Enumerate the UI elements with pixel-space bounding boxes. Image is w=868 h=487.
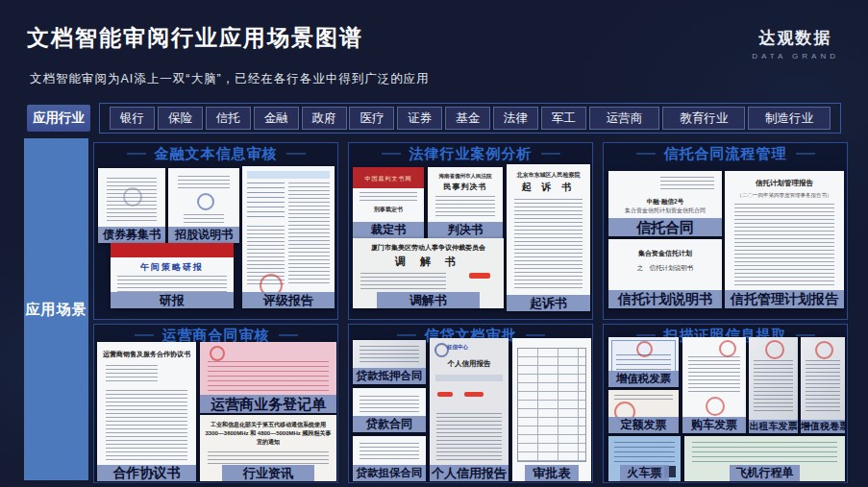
industry-chip-trust: 信托 <box>206 107 251 130</box>
doc-label: 运营商业务登记单 <box>200 395 336 413</box>
panel-title: 信托合同流程管理 <box>664 145 787 163</box>
panel-operator-contract-review: 运营商合同审核 运营商销售及服务合作协议书 合作协议书 运营商业务登记单 工业和… <box>93 324 338 483</box>
industry-chip-bank: 银行 <box>110 107 155 130</box>
title-dash <box>796 153 815 155</box>
panel-financial-text-review: 金融文本信息审核 债券募集书 招股说明书 评级报告 午间策略研报 <box>93 142 338 320</box>
industries-bar: 银行 保险 信托 金融 政府 医疗 证券 基金 法律 军工 运营商 教育行业 制… <box>99 103 841 134</box>
doc-subheader: 北京市东城区人民检察院 <box>509 171 588 180</box>
doc-personal-credit-report: 征信中心 个人信用报告 个人信用报告 <box>430 338 508 481</box>
doc-header: 起 诉 书 <box>509 181 588 194</box>
doc-label: 审批表 <box>525 465 579 481</box>
scenarios-sidebar: 应用场景 <box>24 138 88 480</box>
doc-label: 裁定书 <box>353 222 424 238</box>
doc-label: 评级报告 <box>242 292 335 308</box>
panel-title: 法律行业案例分析 <box>409 145 533 163</box>
title-dash <box>397 334 416 336</box>
doc-subheader: 海南省儋州市人民法院 <box>430 173 500 180</box>
doc-label: 贷款抵押合同 <box>353 368 426 384</box>
brand-name: 达观数据 <box>752 27 839 49</box>
doc-header: 民事判决书 <box>430 182 500 192</box>
industry-chip-securities: 证券 <box>397 107 442 130</box>
doc-label: 判决书 <box>428 222 503 238</box>
doc-label: 个人信用报告 <box>430 465 508 481</box>
industry-chip-military: 军工 <box>541 107 586 130</box>
doc-label: 飞机行程单 <box>730 465 801 481</box>
doc-research-report: 午间策略研报 研报 <box>111 243 234 308</box>
doc-subheader: 征信中心 <box>447 344 468 351</box>
title-dash <box>286 153 306 155</box>
doc-header: 运营商销售及服务合作协议书 <box>100 350 193 359</box>
doc-label: 购车发票 <box>682 417 746 433</box>
doc-label: 信托合同 <box>608 218 722 236</box>
doc-label: 行业资讯 <box>222 465 315 481</box>
industries-label: 应用行业 <box>27 105 90 132</box>
page-title: 文档智能审阅行业应用场景图谱 <box>27 23 363 53</box>
industry-chip-insurance: 保险 <box>158 107 203 130</box>
industry-chip-law: 法律 <box>493 107 538 130</box>
doc-header: 信托计划管理报告 <box>729 179 841 188</box>
doc-label: 增值税发票 <box>608 371 679 387</box>
panel-title: 金融文本信息审核 <box>155 145 278 163</box>
doc-label: 信托计划说明书 <box>608 290 722 308</box>
doc-subheader: 厦门市集美区劳动人事争议仲裁委员会 <box>358 243 500 253</box>
doc-vat-invoice: 增值税发票 <box>608 337 679 387</box>
doc-header: 个人信用报告 <box>432 359 506 369</box>
doc-indictment: 北京市东城区人民检察院 起 诉 书 起诉书 <box>507 164 590 311</box>
doc-label: 出租车发票 <box>749 420 798 433</box>
doc-trust-plan-description: 集合资金信托计划 之 信托计划说明书 信托计划说明书 <box>608 239 722 308</box>
doc-label: 定额发票 <box>608 417 679 433</box>
doc-label: 调解书 <box>377 292 480 308</box>
doc-header: 调 解 书 <box>358 255 500 269</box>
title-dash <box>636 334 656 336</box>
panel-title-row: 金融文本信息审核 <box>94 143 337 164</box>
doc-label: 研报 <box>111 292 234 308</box>
doc-header: 集合资金信托计划 <box>612 249 719 258</box>
doc-approval-form: 审批表 <box>512 338 591 481</box>
title-dash <box>636 153 656 155</box>
doc-label: 火车票 <box>620 465 669 481</box>
doc-header: 工业和信息化部关于第五代移动通信系统使用 3300—3600MHz 和 4800… <box>204 421 333 447</box>
panel-title-row: 信托合同流程管理 <box>604 143 847 164</box>
doc-rating-report: 评级报告 <box>242 166 335 308</box>
subtitle: 文档智能审阅为AI添上一双“大脑”，已经在各行各业中得到广泛的应用 <box>30 71 430 87</box>
doc-fixed-amount-invoice: 定额发票 <box>608 390 679 433</box>
title-dash <box>127 153 146 155</box>
doc-subheader: 刑事裁定书 <box>355 206 422 214</box>
brand-logo: 达观数据 DATA GRAND <box>752 27 839 61</box>
doc-loan-guarantee-contract: 贷款担保合同 <box>353 436 426 481</box>
panel-scanned-certificate-extraction: 扫描证照信息提取 增值税发票 定额发票 购车发票 出租车发票 增值税卷票 <box>603 324 848 483</box>
doc-car-purchase-invoice: 购车发票 <box>682 337 746 433</box>
scenarios-label: 应用场景 <box>26 301 87 319</box>
doc-subheader: 中融·融信2号 <box>612 198 719 207</box>
doc-vat-roll-invoice: 增值税卷票 <box>801 337 845 433</box>
doc-header: 午间策略研报 <box>114 261 230 274</box>
doc-cooperation-agreement: 运营商销售及服务合作协议书 合作协议书 <box>97 342 196 481</box>
slide: 文档智能审阅行业应用场景图谱 达观数据 DATA GRAND 文档智能审阅为AI… <box>0 0 868 487</box>
panel-title-row: 法律行业案例分析 <box>349 143 592 164</box>
doc-label: 起诉书 <box>507 295 590 311</box>
doc-train-ticket: 火车票 <box>608 436 681 481</box>
doc-header: 中国裁判文书网 <box>353 175 424 183</box>
title-dash <box>541 153 560 155</box>
doc-taxi-invoice: 出租车发票 <box>749 337 798 433</box>
doc-header: 集合资金信托计划资金信托合同 <box>612 207 719 215</box>
title-dash <box>796 334 815 336</box>
title-dash <box>279 334 298 336</box>
doc-mediation: 厦门市集美区劳动人事争议仲裁委员会 调 解 书 调解书 <box>353 238 504 308</box>
doc-label: 贷款合同 <box>353 416 426 432</box>
doc-label: 信托管理计划报告 <box>725 290 844 308</box>
industry-chip-government: 政府 <box>302 107 347 130</box>
doc-flight-itinerary: 飞机行程单 <box>684 436 845 481</box>
industry-chip-medical: 医疗 <box>349 107 394 130</box>
doc-loan-contract: 贷款合同 <box>353 388 426 432</box>
doc-operator-registration-form: 运营商业务登记单 <box>200 342 336 413</box>
doc-judgment: 海南省儋州市人民法院 民事判决书 判决书 <box>428 167 503 238</box>
industry-chip-finance: 金融 <box>254 107 299 130</box>
title-dash <box>135 334 154 336</box>
doc-label: 增值税卷票 <box>801 420 845 433</box>
industry-chip-fund: 基金 <box>445 107 490 130</box>
brand-name-en: DATA GRAND <box>752 52 839 61</box>
panel-credit-doc-approval: 信贷文档审批 贷款抵押合同 贷款合同 贷款担保合同 征信中心 个人信用报告 个人… <box>348 324 593 483</box>
title-dash <box>382 153 401 155</box>
doc-ruling: 中国裁判文书网 刑事裁定书 裁定书 <box>353 167 424 238</box>
